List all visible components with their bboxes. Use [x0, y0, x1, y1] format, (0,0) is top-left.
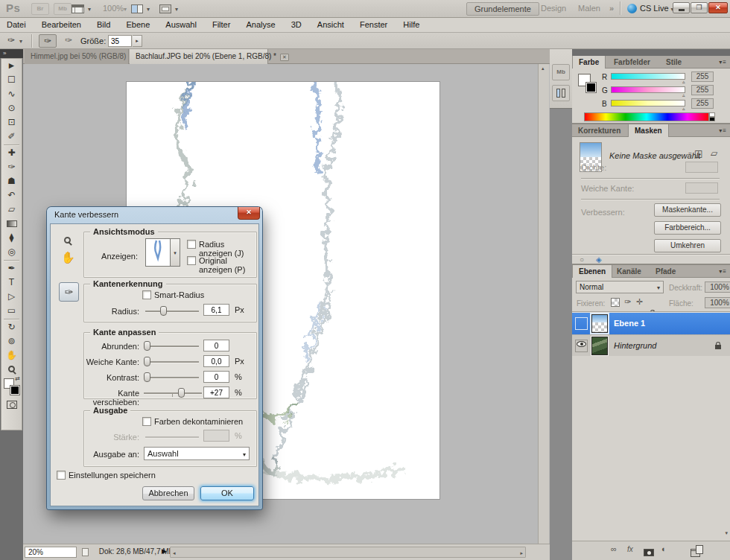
feather-input[interactable] — [203, 355, 229, 367]
lasso-tool[interactable]: ∿ — [1, 87, 22, 101]
chevron-down-icon[interactable]: ▾ — [147, 6, 150, 13]
brush-size-input[interactable] — [108, 35, 132, 47]
channel-g-slider[interactable] — [611, 86, 685, 93]
smooth-slider-thumb[interactable] — [144, 341, 150, 351]
scroll-left-icon[interactable]: ◂ — [173, 550, 176, 556]
channel-g-value[interactable]: 255 — [691, 85, 714, 95]
save-settings-checkbox[interactable] — [57, 471, 66, 480]
layer-thumbnail[interactable] — [591, 337, 608, 355]
workspace-overflow-icon[interactable]: » — [602, 2, 621, 16]
screen-mode-icon[interactable] — [159, 4, 171, 13]
apply-mask-icon[interactable]: ◈ — [596, 255, 602, 264]
radius-input[interactable] — [203, 304, 229, 316]
history-brush-tool[interactable]: ↶ — [1, 188, 22, 203]
slider-thumb-icon[interactable]: ▵ — [682, 92, 685, 98]
menu-ansicht[interactable]: Ansicht — [311, 18, 351, 29]
contrast-input[interactable] — [203, 371, 229, 383]
menu-bild[interactable]: Bild — [90, 18, 117, 29]
contrast-slider[interactable] — [145, 377, 199, 378]
smooth-slider[interactable] — [145, 346, 199, 347]
hand-tool[interactable]: ✋ — [1, 349, 22, 363]
document-tab-himmel[interactable]: Himmel.jpg bei 50% (RGB/8)✕ — [25, 49, 129, 64]
move-tool[interactable]: ► — [1, 59, 22, 73]
rotate-3d-tool[interactable]: ↻ — [1, 320, 22, 334]
restore-button[interactable]: ❐ — [691, 2, 708, 13]
channel-r-slider[interactable] — [611, 73, 685, 80]
opacity-value[interactable]: 100% — [705, 281, 730, 293]
menu-fenster[interactable]: Fenster — [353, 18, 394, 29]
cs-live-button[interactable]: CS Live ▾ — [627, 4, 674, 13]
slider-thumb-icon[interactable]: ▵ — [682, 79, 685, 85]
contrast-slider-thumb[interactable] — [144, 372, 150, 382]
erase-refinements-tool-button[interactable]: ✑ — [60, 34, 77, 48]
arrange-documents-icon[interactable] — [131, 4, 143, 13]
layer-thumbnail[interactable] — [591, 314, 608, 333]
pen-tool[interactable]: ✒ — [1, 261, 22, 276]
show-radius-checkbox[interactable] — [187, 240, 196, 249]
quick-selection-tool[interactable]: ⊙ — [1, 101, 22, 115]
panel-scroll-down-icon[interactable]: ▾ — [725, 530, 728, 536]
size-spinner-icon[interactable]: ▸ — [133, 35, 142, 47]
cancel-button[interactable]: Abbrechen — [142, 486, 194, 500]
tool-preset-icon[interactable]: ✑ — [7, 35, 15, 45]
tab-masken[interactable]: Masken — [628, 124, 669, 137]
output-to-select[interactable]: Auswahl ▾ — [144, 447, 250, 460]
background-color-swatch[interactable] — [585, 82, 597, 93]
minimize-button[interactable] — [673, 2, 690, 13]
dialog-close-button[interactable]: ✕ — [238, 207, 260, 220]
lock-move-icon[interactable]: ✛ — [636, 297, 643, 307]
tools-collapse-header[interactable]: » — [0, 49, 23, 58]
close-tab-icon[interactable]: ✕ — [280, 54, 289, 61]
crop-tool[interactable]: ⊡ — [1, 115, 22, 130]
channel-b-slider[interactable] — [611, 100, 685, 106]
chevron-down-icon[interactable]: ▾ — [19, 38, 22, 45]
swap-colors-icon[interactable]: ⇄ — [15, 375, 20, 382]
vector-mask-icon[interactable]: ▱ — [711, 148, 717, 159]
blur-tool[interactable]: ⧫ — [1, 231, 22, 245]
clone-stamp-tool[interactable]: ☗ — [1, 174, 22, 188]
menu-datei[interactable]: Datei — [0, 18, 33, 29]
quick-mask-button[interactable] — [1, 399, 22, 416]
tab-stile[interactable]: Stile — [660, 56, 688, 69]
layer-name[interactable]: Hintergrund — [614, 341, 656, 350]
smart-radius-checkbox[interactable] — [142, 290, 151, 299]
color-spectrum-ramp[interactable] — [584, 112, 709, 121]
link-layers-icon[interactable]: ∞ — [611, 544, 617, 553]
menu-analyse[interactable]: Analyse — [239, 18, 282, 29]
radius-slider[interactable] — [145, 311, 199, 312]
view-mode-preview[interactable] — [145, 238, 171, 267]
channel-b-value[interactable]: 255 — [691, 98, 714, 109]
path-selection-tool[interactable]: ▷ — [1, 290, 22, 304]
lock-paint-icon[interactable]: ✑ — [624, 297, 631, 307]
panel-menu-icon[interactable]: ▾≡ — [719, 59, 727, 66]
new-layer-icon[interactable] — [696, 545, 703, 554]
workspace-grundelemente[interactable]: Grundelemente — [466, 2, 539, 16]
document-tab-bachlauf[interactable]: Bachlauf.JPG bei 20% (Ebene 1, RGB/8) *✕ — [130, 49, 268, 64]
shift-edge-slider-thumb[interactable] — [178, 388, 185, 398]
layer-name[interactable]: Ebene 1 — [614, 319, 645, 328]
gradient-tool[interactable] — [1, 217, 22, 231]
add-mask-icon[interactable] — [644, 549, 654, 556]
eyedropper-tool[interactable]: ✐ — [1, 130, 22, 144]
tab-pfade[interactable]: Pfade — [650, 265, 682, 278]
rectangular-marquee-tool[interactable]: ☐ — [1, 73, 22, 87]
spectrum-black-swatch[interactable] — [709, 117, 715, 121]
mini-bridge-button[interactable]: Mb — [54, 3, 72, 15]
feather-slider-thumb[interactable] — [144, 357, 150, 366]
status-menu-icon[interactable]: ▶ — [162, 547, 167, 555]
horizontal-scrollbar[interactable]: ◂ ▸ — [170, 547, 526, 558]
type-tool[interactable]: T — [1, 276, 22, 290]
adjustment-layer-icon[interactable]: ◐ — [661, 544, 667, 553]
history-panel-button[interactable] — [552, 85, 570, 101]
scroll-up-icon[interactable]: ▴ — [542, 66, 545, 71]
visibility-toggle[interactable] — [575, 340, 588, 352]
blend-mode-select[interactable]: Normal ▾ — [576, 281, 664, 293]
menu-hilfe[interactable]: Hilfe — [396, 18, 426, 29]
menu-bearbeiten[interactable]: Bearbeiten — [35, 18, 88, 29]
menu-ebene[interactable]: Ebene — [119, 18, 156, 29]
ok-button[interactable]: OK — [200, 486, 254, 500]
view-mode-dropdown-icon[interactable]: ▾ — [171, 238, 180, 267]
tab-farbe[interactable]: Farbe — [572, 56, 606, 69]
chevron-down-icon[interactable]: ▾ — [175, 6, 178, 13]
workspace-design[interactable]: Design — [533, 2, 574, 16]
